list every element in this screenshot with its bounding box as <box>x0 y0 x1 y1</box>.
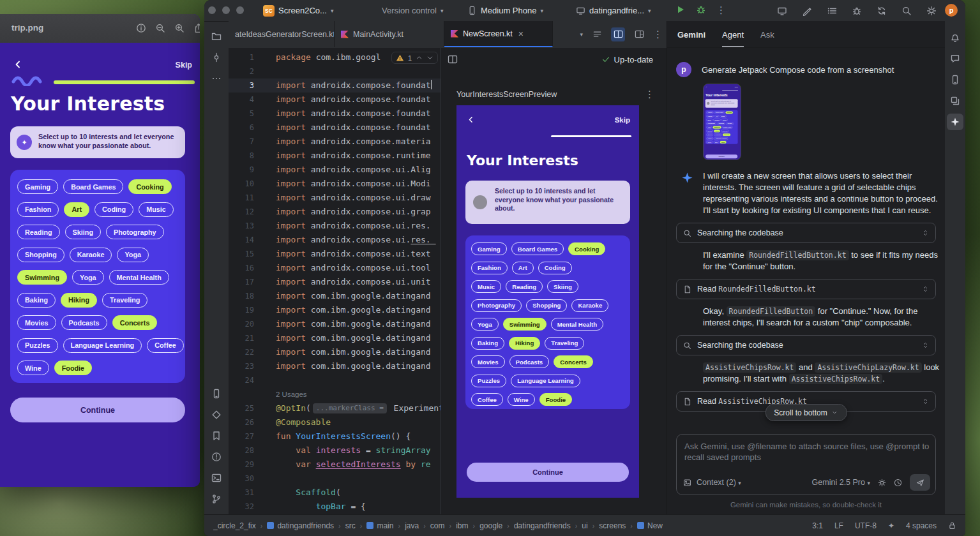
structure-view-icon[interactable] <box>590 27 604 41</box>
breadcrumb-item[interactable]: google <box>479 521 502 530</box>
prev-issue-icon[interactable] <box>416 54 423 61</box>
scroll-to-bottom-button[interactable]: Scroll to bottom <box>765 404 847 421</box>
search-icon[interactable] <box>900 4 914 18</box>
expand-stepper-icon[interactable] <box>922 397 929 406</box>
tab-mainactivity[interactable]: MainActivity.kt <box>335 21 444 47</box>
layers-icon[interactable] <box>947 93 963 109</box>
notifications-bell-icon[interactable] <box>947 29 963 46</box>
breadcrumb-item[interactable]: java <box>405 521 419 530</box>
close-tab-icon[interactable]: × <box>518 29 524 39</box>
code-editor[interactable]: 1package com.ibm.googl23import androidx.… <box>229 48 441 514</box>
tab-dateideasgeneratorscreen[interactable]: ateIdeasGeneratorScreen.kt <box>229 21 335 47</box>
breadcrumb-item[interactable]: datingandfriends <box>267 521 334 530</box>
code-line[interactable]: 24 <box>229 373 441 387</box>
run-button[interactable] <box>674 3 687 16</box>
attach-image-icon[interactable] <box>683 479 691 487</box>
tool-call-search-codebase[interactable]: Searching the codebase <box>676 223 936 243</box>
expand-stepper-icon[interactable] <box>922 341 929 350</box>
code-line[interactable]: 8import androidx.compose.runtime <box>229 149 441 163</box>
device-manager-icon[interactable] <box>947 71 963 88</box>
code-line[interactable]: 29 var selectedInterests by re <box>229 458 441 472</box>
code-line[interactable]: 7import androidx.compose.materia <box>229 135 441 149</box>
gemini-status-spark-icon[interactable]: ✦ <box>888 521 894 530</box>
device-selector[interactable]: Medium Phone ▾ <box>467 0 543 21</box>
debug-button[interactable] <box>695 3 707 16</box>
breadcrumb-item[interactable]: datingandfriends <box>514 521 571 530</box>
code-line[interactable]: 18import com.ibm.google.datingand <box>229 289 441 303</box>
code-line[interactable]: 26@Composable <box>229 415 441 429</box>
running-devices-icon[interactable] <box>208 385 225 402</box>
code-line[interactable]: 4import androidx.compose.foundat <box>229 93 441 107</box>
code-line[interactable]: 25@OptIn(...markerClass = Experiment <box>229 401 441 415</box>
code-line[interactable]: 30 <box>229 472 441 486</box>
code-line[interactable]: 21import com.ibm.google.datingand <box>229 331 441 345</box>
breadcrumb-item[interactable]: src <box>345 521 356 530</box>
preview-build-status[interactable]: Up-to-date <box>601 55 653 64</box>
code-line[interactable]: 9import androidx.compose.ui.Alig <box>229 163 441 177</box>
breadcrumb-item[interactable]: _circle_2_fix <box>213 521 256 530</box>
code-line[interactable]: 27fun YourInterestsScreen() { <box>229 429 441 443</box>
code-line[interactable]: 3import androidx.compose.foundat <box>229 78 441 93</box>
code-line[interactable]: 19import com.ibm.google.datingand <box>229 303 441 317</box>
context-selector[interactable]: Context (2) ▾ <box>697 478 741 487</box>
code-line[interactable]: 13import androidx.compose.ui.res. <box>229 219 441 233</box>
code-line[interactable]: 23import com.ibm.google.datingand <box>229 359 441 373</box>
breadcrumb-item[interactable]: screens <box>599 521 626 530</box>
file-encoding[interactable]: UTF-8 <box>855 521 877 530</box>
tool-call-read-file[interactable]: Read RoundedFilledButton.kt <box>676 279 936 299</box>
indent-setting[interactable]: 4 spaces <box>906 521 937 530</box>
next-issue-icon[interactable] <box>426 54 433 61</box>
ai-edit-icon[interactable] <box>800 4 814 18</box>
preview-layout-toggle-icon[interactable] <box>448 54 458 64</box>
split-editor-preview-icon[interactable] <box>611 27 625 41</box>
close-window-button[interactable] <box>208 6 216 14</box>
code-line[interactable]: 14import androidx.compose.ui.res._ <box>229 233 441 247</box>
code-line[interactable]: 28 val interests = stringArray <box>229 443 441 458</box>
code-line[interactable]: 17import androidx.compose.ui.unit <box>229 275 441 289</box>
usages-hint[interactable]: 2 Usages <box>229 387 441 401</box>
commit-icon[interactable] <box>208 49 225 66</box>
code-line[interactable]: 31 Scaffold( <box>229 486 441 500</box>
minimize-window-button[interactable] <box>222 6 230 14</box>
run-configuration-selector[interactable]: datingandfrie... ▾ <box>576 0 651 21</box>
sync-icon[interactable] <box>875 4 889 18</box>
code-line[interactable]: 20import com.ibm.google.datingand <box>229 317 441 331</box>
expand-stepper-icon[interactable] <box>922 228 929 237</box>
code-line[interactable]: 10import androidx.compose.ui.Modi <box>229 177 441 191</box>
tab-newscreen[interactable]: NewScreen.kt × <box>444 21 553 47</box>
expand-stepper-icon[interactable] <box>922 285 929 294</box>
preview-layout-icon[interactable] <box>632 27 646 41</box>
settings-gear-icon[interactable] <box>924 4 939 18</box>
editor-options-icon[interactable]: ⋮ <box>653 29 663 40</box>
breadcrumb-item[interactable]: New <box>637 521 663 530</box>
profile-avatar[interactable]: p <box>945 4 958 17</box>
preview-options-icon[interactable]: ⋮ <box>645 89 654 100</box>
code-line[interactable]: 16import androidx.compose.ui.tool <box>229 261 441 275</box>
code-line[interactable]: 11import androidx.compose.ui.draw <box>229 191 441 205</box>
device-mirror-icon[interactable] <box>775 4 789 18</box>
more-actions-icon[interactable]: ⋮ <box>716 4 726 16</box>
read-lock-icon[interactable] <box>948 521 956 530</box>
tab-agent[interactable]: Agent <box>722 30 744 47</box>
breadcrumb-item[interactable]: com <box>430 521 445 530</box>
maximize-window-button[interactable] <box>236 6 244 14</box>
project-widget[interactable]: SC Screen2Co... ▾ <box>263 0 333 21</box>
code-line[interactable]: 15import androidx.compose.ui.text <box>229 247 441 261</box>
info-icon[interactable] <box>136 23 146 33</box>
version-control-icon[interactable] <box>208 491 225 507</box>
bookmarks-icon[interactable] <box>208 428 225 444</box>
more-tool-windows-icon[interactable] <box>208 70 225 87</box>
tool-call-search-codebase[interactable]: Searching the codebase <box>676 335 936 355</box>
ai-assistant-icon[interactable] <box>947 50 963 67</box>
history-clock-icon[interactable] <box>894 479 902 487</box>
hidden-tabs-chevron-icon[interactable]: ▾ <box>580 31 583 38</box>
caret-position[interactable]: 3:1 <box>812 521 823 530</box>
code-line[interactable]: 2 <box>229 64 441 78</box>
plugin-bug-icon[interactable] <box>850 4 864 18</box>
code-line[interactable]: 12import androidx.compose.ui.grap <box>229 205 441 219</box>
problems-icon[interactable] <box>208 449 225 465</box>
zoom-out-icon[interactable] <box>155 23 165 33</box>
gemini-prompt-input[interactable]: Ask Gemini, use @filename to attach sour… <box>676 434 936 495</box>
breadcrumb-item[interactable]: ibm <box>456 521 468 530</box>
todo-list-icon[interactable] <box>825 4 839 18</box>
